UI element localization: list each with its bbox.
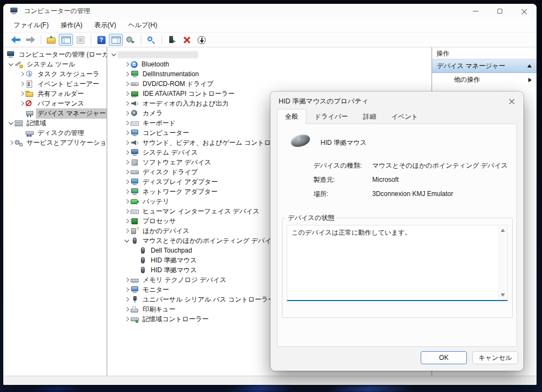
close-icon — [521, 8, 527, 14]
update-driver-button[interactable] — [124, 34, 138, 46]
tree-item[interactable]: 共有フォルダー — [3, 89, 107, 99]
manage-computer-button[interactable] — [165, 34, 179, 46]
task-scheduler-icon — [26, 71, 34, 78]
expand-chevron-icon[interactable] — [122, 158, 131, 167]
tab-details[interactable]: 詳細 — [356, 109, 383, 124]
expand-chevron-icon[interactable] — [122, 60, 131, 69]
expand-chevron-icon[interactable] — [122, 305, 131, 314]
expand-chevron-icon[interactable] — [17, 80, 26, 88]
toolbar-separator — [91, 35, 91, 45]
submenu-arrow-icon — [528, 78, 532, 82]
expand-chevron-icon[interactable] — [122, 100, 131, 108]
tree-item[interactable]: DVD/CD-ROM ドライブ — [107, 79, 432, 89]
expand-chevron-icon[interactable] — [122, 119, 131, 127]
expand-chevron-icon[interactable] — [122, 80, 131, 88]
disk-management-icon — [26, 130, 34, 137]
tree-item[interactable]: イベント ビューアー — [3, 79, 107, 89]
device-field-row: 場所:3Dconnexion KMJ Emulator — [313, 187, 508, 201]
tree-item[interactable]: デバイス マネージャー — [3, 108, 107, 118]
expand-chevron-icon[interactable] — [122, 296, 131, 304]
scroll-down-icon[interactable] — [501, 293, 505, 297]
tree-item[interactable]: ディスクの管理 — [3, 128, 107, 138]
expand-chevron-icon[interactable] — [122, 129, 131, 137]
ide-controller-icon — [131, 90, 139, 97]
tree-item[interactable]: タスク スケジューラ — [3, 69, 107, 79]
tree-item[interactable]: コンピューターの管理 (ローカル) — [3, 50, 107, 59]
collapse-chevron-icon[interactable] — [122, 237, 131, 245]
tree-item[interactable]: サービスとアプリケーション — [3, 138, 107, 148]
disable-device-button[interactable] — [194, 34, 208, 46]
forward-button[interactable] — [23, 34, 38, 46]
status-bar — [3, 376, 537, 385]
menu-item-3[interactable]: ヘルプ(H) — [122, 19, 163, 32]
action-pane-toggle-button[interactable] — [109, 34, 123, 46]
dvd-drive-icon — [131, 81, 139, 88]
tab-driver[interactable]: ドライバー — [307, 109, 355, 124]
collapse-section-icon[interactable] — [527, 64, 532, 68]
collapse-chevron-icon[interactable] — [7, 60, 15, 69]
maximize-button[interactable] — [488, 4, 512, 19]
menu-bar: ファイル(F)操作(A)表示(V)ヘルプ(H) — [3, 19, 537, 33]
more-actions-item[interactable]: 他の操作 — [432, 73, 537, 87]
title-bar: コンピューターの管理 — [3, 4, 537, 19]
expand-chevron-icon[interactable] — [7, 139, 15, 147]
tree-item-label: ソフトウェア デバイス — [141, 157, 213, 168]
uninstall-device-icon — [183, 36, 190, 44]
expand-chevron-icon[interactable] — [122, 139, 131, 147]
keyboard-icon — [131, 120, 139, 127]
tree-item[interactable]: システム ツール — [3, 59, 107, 69]
cancel-button[interactable]: キャンセル — [472, 351, 518, 364]
expand-chevron-icon[interactable] — [17, 90, 26, 98]
expand-chevron-icon[interactable] — [122, 198, 131, 206]
expand-chevron-icon[interactable] — [122, 188, 131, 196]
ok-button[interactable]: OK — [421, 351, 467, 364]
help-button[interactable] — [94, 34, 108, 46]
uninstall-device-button[interactable] — [180, 34, 194, 46]
expand-chevron-icon[interactable] — [17, 70, 26, 78]
minimize-button[interactable] — [463, 4, 488, 19]
collapse-chevron-icon[interactable] — [7, 119, 15, 127]
menu-item-0[interactable]: ファイル(F) — [8, 19, 54, 32]
scan-hardware-button[interactable] — [144, 34, 158, 46]
tree-item[interactable]: Bluetooth — [107, 59, 432, 69]
export-list-button[interactable] — [73, 34, 88, 46]
tree-item[interactable]: パフォーマンス — [3, 99, 107, 108]
expand-chevron-icon[interactable] — [122, 90, 131, 98]
tree-item[interactable]: 記憶域 — [3, 118, 107, 128]
up-folder-icon — [47, 36, 56, 44]
tree-item-label: HID 準拠マウス — [149, 255, 199, 266]
scan-hardware-icon — [147, 36, 156, 44]
close-button[interactable] — [512, 4, 537, 19]
expand-chevron-icon[interactable] — [122, 207, 131, 216]
expand-chevron-icon[interactable] — [122, 178, 131, 186]
device-status-box[interactable]: このデバイスは正常に動作しています。 — [287, 225, 508, 301]
expand-chevron-icon[interactable] — [17, 100, 26, 108]
collapse-chevron-icon[interactable] — [109, 51, 118, 59]
tree-item[interactable] — [107, 50, 432, 59]
device-status-text: このデバイスは正常に動作しています。 — [292, 228, 495, 237]
up-folder-button[interactable] — [44, 34, 58, 46]
status-scrollbar[interactable] — [498, 226, 507, 299]
expand-chevron-icon[interactable] — [122, 286, 131, 294]
tab-general[interactable]: 全般 — [277, 109, 306, 124]
field-value: 3Dconnexion KMJ Emulator — [372, 190, 453, 198]
tab-events[interactable]: イベント — [384, 109, 425, 124]
expand-chevron-icon[interactable] — [122, 109, 131, 118]
menu-item-2[interactable]: 表示(V) — [88, 19, 122, 32]
scroll-up-icon[interactable] — [501, 229, 505, 232]
dialog-close-button[interactable] — [507, 96, 516, 105]
device-status-legend: デバイスの状態 — [286, 213, 336, 223]
actions-section-device-manager[interactable]: デバイス マネージャー — [432, 59, 537, 73]
expand-chevron-icon[interactable] — [122, 227, 131, 235]
expand-chevron-icon[interactable] — [122, 315, 131, 323]
tree-item[interactable]: DellInstrumentation — [107, 69, 432, 79]
expand-chevron-icon[interactable] — [122, 168, 131, 176]
tree-item-label: DellInstrumentation — [141, 70, 200, 78]
expand-chevron-icon[interactable] — [122, 149, 131, 157]
console-tree-toggle-button[interactable] — [59, 34, 73, 46]
menu-item-1[interactable]: 操作(A) — [54, 19, 88, 32]
back-button[interactable] — [9, 34, 23, 46]
expand-chevron-icon[interactable] — [122, 70, 131, 78]
expand-chevron-icon[interactable] — [122, 276, 131, 284]
expand-chevron-icon[interactable] — [122, 217, 131, 225]
